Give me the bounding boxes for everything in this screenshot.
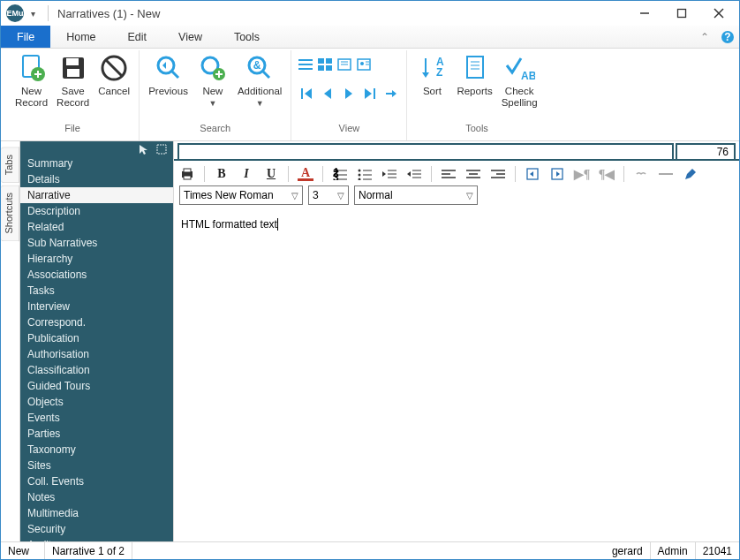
- rtl-icon[interactable]: ¶◀: [599, 166, 615, 182]
- sidebar-item-associations[interactable]: Associations: [20, 267, 173, 283]
- svg-marker-42: [324, 88, 331, 99]
- record-field[interactable]: [177, 143, 674, 159]
- indent-icon[interactable]: [406, 166, 422, 182]
- vtab-shortcuts[interactable]: Shortcuts: [1, 185, 19, 241]
- cancel-button[interactable]: Cancel: [94, 50, 133, 97]
- sidebar-item-multimedia[interactable]: Multimedia: [20, 505, 173, 521]
- print-icon[interactable]: [179, 166, 195, 182]
- remove-field-icon[interactable]: [549, 166, 565, 182]
- ribbon-collapse-icon[interactable]: ⌃: [693, 26, 716, 48]
- reports-button[interactable]: Reports: [453, 50, 495, 97]
- nav-first-icon[interactable]: [297, 84, 316, 103]
- edit-pencil-icon[interactable]: [683, 166, 698, 182]
- svg-rect-12: [67, 69, 79, 77]
- sidebar-item-sub-narratives[interactable]: Sub Narratives: [20, 235, 173, 251]
- nav-next-icon[interactable]: [339, 84, 359, 103]
- sidebar-item-guided-tours[interactable]: Guided Tours: [20, 378, 173, 394]
- sidebar-item-summary[interactable]: Summary: [20, 155, 173, 171]
- quick-access-dropdown[interactable]: ▾: [24, 9, 42, 19]
- menu-tools[interactable]: Tools: [218, 26, 276, 48]
- sidebar-item-security[interactable]: Security: [20, 521, 173, 537]
- sidebar-item-related[interactable]: Related: [20, 219, 173, 235]
- sidebar-item-coll-events[interactable]: Coll. Events: [20, 473, 173, 489]
- new-record-icon: [16, 52, 48, 84]
- sidebar-item-narrative[interactable]: Narrative: [20, 187, 173, 203]
- ribbon-group-view: View: [291, 50, 407, 140]
- sidebar-item-interview[interactable]: Interview: [20, 299, 173, 314]
- link-icon[interactable]: [633, 166, 649, 182]
- svg-marker-49: [422, 72, 429, 78]
- svg-text:?: ?: [724, 31, 730, 43]
- maximize-button[interactable]: [663, 1, 700, 26]
- bullet-list-icon[interactable]: [357, 166, 373, 182]
- nav-prev-icon[interactable]: [318, 84, 337, 103]
- selection-icon[interactable]: [155, 143, 168, 155]
- style-combo[interactable]: Normal▽: [354, 185, 478, 205]
- svg-marker-96: [685, 169, 696, 179]
- svg-marker-44: [365, 88, 372, 99]
- menu-edit[interactable]: Edit: [112, 26, 163, 48]
- magnifier-additional-icon: &: [244, 52, 276, 84]
- sidebar-item-details[interactable]: Details: [20, 171, 173, 187]
- svg-line-24: [262, 71, 269, 78]
- sidebar-item-correspond-[interactable]: Correspond.: [20, 314, 173, 330]
- svg-text:3: 3: [333, 171, 339, 180]
- align-left-icon[interactable]: [441, 166, 457, 182]
- svg-marker-78: [407, 171, 411, 177]
- insert-field-icon[interactable]: [525, 166, 540, 182]
- svg-marker-57: [140, 145, 147, 155]
- svg-rect-29: [318, 58, 324, 64]
- size-combo[interactable]: 3▽: [308, 185, 349, 205]
- numbered-list-icon[interactable]: 123: [332, 166, 348, 182]
- new-record-button[interactable]: New Record: [11, 50, 51, 109]
- help-icon[interactable]: ?: [716, 26, 739, 48]
- minimize-button[interactable]: [626, 1, 663, 26]
- vtab-tabs[interactable]: Tabs: [1, 147, 19, 183]
- menu-file[interactable]: File: [1, 26, 50, 48]
- sidebar-item-sites[interactable]: Sites: [20, 458, 173, 473]
- font-combo[interactable]: Times New Roman▽: [179, 185, 303, 205]
- bold-icon[interactable]: B: [214, 166, 230, 182]
- view-page-icon[interactable]: [336, 56, 353, 73]
- hr-icon[interactable]: [658, 166, 674, 182]
- view-grid-icon[interactable]: [316, 56, 334, 73]
- save-record-button[interactable]: Save Record: [53, 50, 93, 109]
- record-counter: 76: [676, 143, 736, 159]
- menu-view[interactable]: View: [162, 26, 218, 48]
- pointer-icon[interactable]: [138, 143, 150, 155]
- sidebar-item-authorisation[interactable]: Authorisation: [20, 346, 173, 362]
- align-right-icon[interactable]: [490, 166, 506, 182]
- sidebar-item-parties[interactable]: Parties: [20, 426, 173, 442]
- italic-icon[interactable]: I: [238, 166, 254, 182]
- sidebar-item-events[interactable]: Events: [20, 410, 173, 426]
- menu-home[interactable]: Home: [50, 26, 111, 48]
- main-panel: 76 B I U A 123: [174, 141, 739, 541]
- additional-search-button[interactable]: & Additional ▼: [234, 50, 286, 108]
- font-color-icon[interactable]: A: [298, 168, 313, 181]
- editor-textarea[interactable]: HTML formatted text: [174, 207, 739, 541]
- nav-forward-icon[interactable]: [381, 84, 401, 103]
- view-list-icon[interactable]: [297, 56, 314, 73]
- sidebar-item-description[interactable]: Description: [20, 203, 173, 219]
- ribbon-group-search: Previous New ▼ & Additional ▼ Search: [140, 50, 291, 140]
- previous-search-button[interactable]: Previous: [145, 50, 192, 97]
- content-area: Tabs Shortcuts SummaryDetailsNarrativeDe…: [1, 141, 739, 541]
- sidebar-item-notes[interactable]: Notes: [20, 489, 173, 505]
- sidebar-item-tasks[interactable]: Tasks: [20, 283, 173, 299]
- check-spelling-button[interactable]: ABC Check Spelling: [498, 50, 541, 109]
- new-search-button[interactable]: New ▼: [193, 50, 232, 108]
- sidebar-item-publication[interactable]: Publication: [20, 330, 173, 346]
- sidebar-item-taxonomy[interactable]: Taxonomy: [20, 442, 173, 458]
- sidebar-item-classification[interactable]: Classification: [20, 362, 173, 378]
- sidebar-item-objects[interactable]: Objects: [20, 394, 173, 410]
- underline-icon[interactable]: U: [263, 166, 279, 182]
- align-center-icon[interactable]: [465, 166, 481, 182]
- view-contact-icon[interactable]: [355, 56, 373, 73]
- sidebar-item-hierarchy[interactable]: Hierarchy: [20, 251, 173, 267]
- close-button[interactable]: [700, 1, 737, 26]
- nav-last-icon[interactable]: [360, 84, 380, 103]
- sort-button[interactable]: AZ Sort: [412, 50, 451, 97]
- outdent-icon[interactable]: [381, 166, 397, 182]
- ltr-icon[interactable]: ▶¶: [574, 166, 590, 182]
- status-record: Narrative 1 of 2: [45, 542, 132, 559]
